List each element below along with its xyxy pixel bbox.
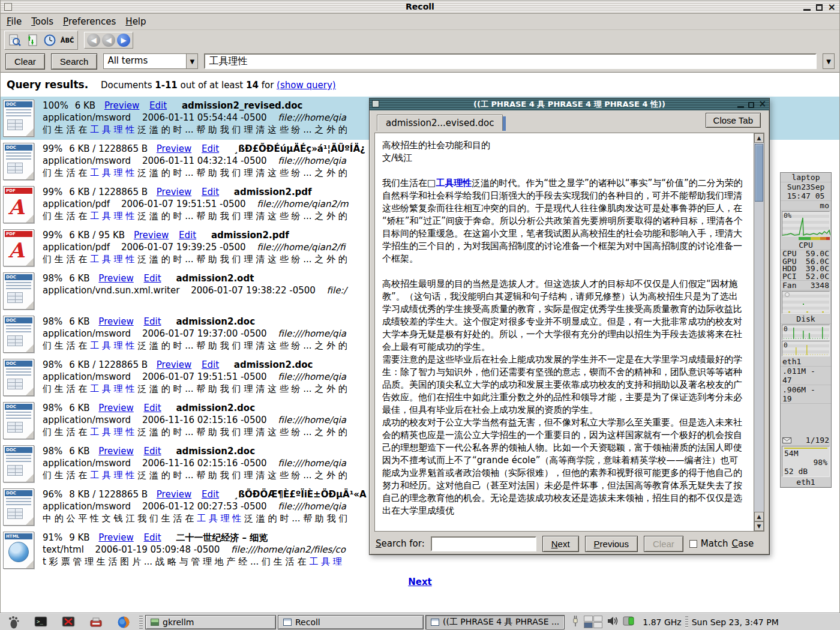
disk-write-value: 0 [784, 341, 788, 349]
net-rx-row: .011M - 47 [781, 367, 831, 385]
relevance-score: 99% [43, 187, 62, 197]
edit-link[interactable]: Edit [144, 532, 161, 543]
preview-link[interactable]: Preview [98, 316, 133, 327]
menu-preferences[interactable]: Preferences [63, 16, 116, 27]
modified-date: 2006-01-07 19:51:51 -0500 [121, 199, 246, 209]
gkrellm-spacer [781, 404, 831, 435]
scrollbar[interactable]: ▲ ▲ ▼ [754, 133, 764, 531]
minimize-button[interactable] [737, 106, 744, 108]
preview-title: ((工 PHRASE 4 具 PHRASE 4 理 PHRASE 4 性)) [370, 99, 769, 110]
window-icon [151, 619, 159, 626]
search-history-dropdown-icon[interactable]: ▼ [823, 53, 835, 69]
search-mode-select[interactable]: All terms ▼ [103, 53, 198, 69]
sort-document-icon[interactable] [25, 32, 40, 48]
edit-link[interactable]: Edit [202, 143, 219, 154]
close-window-icon[interactable] [61, 615, 76, 629]
mime-type: text/html [43, 544, 84, 555]
disk-section-label: Disk [781, 314, 831, 324]
gnome-menu-icon[interactable] [6, 615, 20, 629]
clock-handle[interactable] [685, 616, 688, 628]
preview-link[interactable]: Preview [134, 230, 169, 241]
edit-link[interactable]: Edit [202, 359, 219, 370]
edit-link[interactable]: Edit [202, 187, 219, 197]
firefox-icon[interactable] [116, 615, 131, 629]
battery-icon[interactable] [623, 616, 636, 628]
match-case-checkbox[interactable] [689, 540, 697, 548]
preview-link[interactable]: Preview [98, 403, 133, 413]
preview-link[interactable]: Preview [157, 187, 191, 197]
match-case-option[interactable]: Match Case [689, 538, 754, 549]
show-query-link[interactable]: (show query) [277, 80, 336, 91]
maximize-button[interactable] [816, 4, 823, 11]
taskbar-task-button[interactable]: Recoll [278, 615, 424, 629]
mime-type: application/msword [43, 112, 131, 123]
close-button[interactable]: × [758, 100, 766, 109]
results-header: Query results. Documents 1-11 out of at … [1, 76, 839, 97]
preview-link[interactable]: Preview [98, 446, 133, 457]
clear-button[interactable]: Clear [5, 53, 45, 70]
preview-tab[interactable]: admission2...evised.doc [377, 115, 506, 131]
window-icon [431, 619, 439, 626]
result-filename: admission2.doc [176, 403, 255, 413]
scroll-up-icon[interactable]: ▲ [754, 512, 764, 521]
disk-read-value: 0 [784, 325, 788, 333]
scrollbar-track[interactable] [754, 143, 764, 512]
scroll-down-icon[interactable]: ▼ [754, 521, 764, 531]
find-input[interactable] [431, 536, 536, 551]
find-next-button[interactable]: Next [542, 536, 579, 552]
term-explorer-abc-icon[interactable]: ÅBĈ [59, 32, 75, 48]
power-plug-icon[interactable] [571, 615, 580, 629]
matched-term: 工 具 理 性 [90, 254, 134, 265]
find-previous-button[interactable]: Previous [585, 536, 638, 552]
preview-text[interactable]: 高校招生的社会功能和目的 文/钱江 我们生活在□工具理性泛滥的时代。作为“世之显… [375, 133, 754, 531]
preview-link[interactable]: Preview [104, 100, 139, 111]
menu-help[interactable]: Help [125, 16, 146, 27]
taskbar-task-button[interactable]: gkrellm [145, 615, 276, 629]
scrollbar-thumb[interactable] [755, 144, 763, 202]
matched-term: 工 具 理 性 [90, 383, 134, 394]
edit-link[interactable]: Edit [149, 100, 167, 111]
typewriter-icon[interactable] [89, 615, 103, 629]
menu-tools[interactable]: Tools [31, 16, 53, 27]
minimize-button[interactable] [803, 9, 811, 11]
preview-link[interactable]: Preview [98, 273, 133, 284]
edit-link[interactable]: Edit [179, 230, 196, 241]
main-titlebar[interactable]: Recoll × [1, 1, 839, 14]
taskbar-clock[interactable]: Sun Sep 23, 3:47 PM [692, 617, 785, 627]
gkrellm-monitor[interactable]: laptop Sun23Sep 15:47 05 mo 0% CPU CPU59… [780, 172, 832, 488]
maximize-button[interactable] [748, 102, 754, 108]
taskbar-task-button[interactable]: ((工 PHRASE 4 具 PHRASE ... [425, 615, 565, 629]
result-filename: admission2.doc [176, 316, 255, 327]
terminal-icon[interactable]: >_ [34, 615, 48, 629]
workspace-pager-icon[interactable] [584, 616, 602, 628]
close-tab-button[interactable]: Close Tab [706, 113, 761, 128]
speaker-icon[interactable] [607, 616, 619, 628]
edit-link[interactable]: Edit [144, 316, 161, 327]
edit-link[interactable]: Edit [144, 403, 161, 413]
search-button[interactable]: Search [51, 53, 98, 70]
search-input[interactable] [204, 53, 817, 69]
document-search-icon[interactable] [7, 32, 23, 48]
edit-link[interactable]: Edit [202, 489, 219, 500]
scroll-up-icon[interactable]: ▲ [754, 133, 764, 143]
previous-page-icon[interactable]: ◀ [102, 34, 115, 47]
close-button[interactable]: × [828, 3, 836, 11]
preview-link[interactable]: Preview [157, 359, 191, 370]
history-clock-icon[interactable] [42, 32, 58, 48]
edit-link[interactable]: Edit [144, 273, 161, 284]
preview-titlebar[interactable]: ((工 PHRASE 4 具 PHRASE 4 理 PHRASE 4 性)) × [370, 98, 769, 110]
svg-text:>_: >_ [37, 619, 43, 625]
taskbar-handle[interactable] [139, 616, 143, 629]
first-page-icon[interactable]: ◀ [87, 34, 100, 47]
preview-link[interactable]: Preview [98, 532, 133, 543]
next-page-link[interactable]: Next [408, 577, 432, 587]
modified-date: 2006-01-19 05:09:48 -0500 [95, 544, 220, 555]
preview-tabbar: admission2...evised.doc Close Tab [370, 110, 769, 131]
menu-file[interactable]: File [7, 16, 22, 27]
preview-link[interactable]: Preview [157, 489, 191, 500]
file-type-icon: DOC A [3, 100, 34, 137]
preview-link[interactable]: Preview [157, 143, 191, 154]
chevron-down-icon[interactable]: ▼ [186, 54, 197, 68]
next-page-icon[interactable]: ▶ [117, 34, 130, 47]
edit-link[interactable]: Edit [144, 446, 161, 457]
